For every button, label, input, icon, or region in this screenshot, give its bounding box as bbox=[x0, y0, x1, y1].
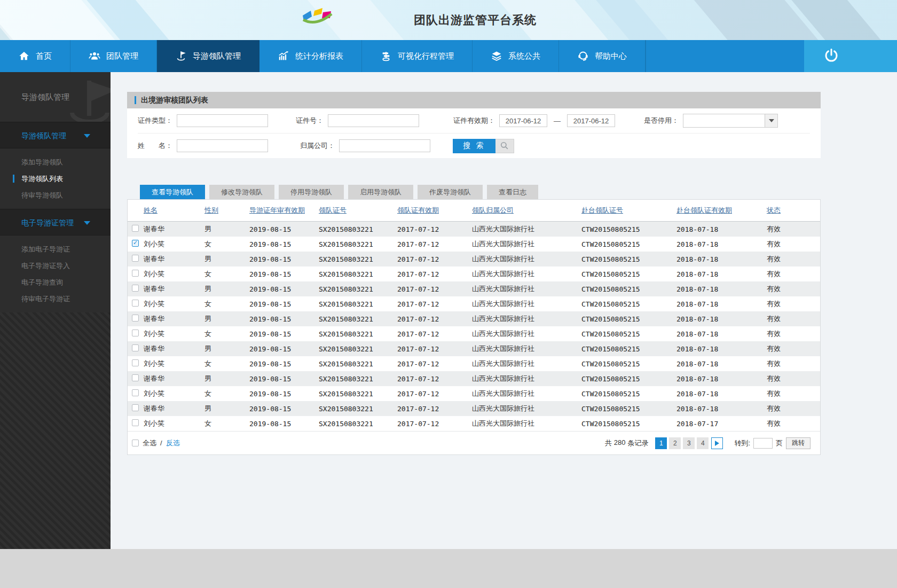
nav-item[interactable]: 系统公共 bbox=[473, 40, 559, 72]
row-checkbox[interactable] bbox=[132, 240, 139, 247]
cell-leader-cert-validity: 2017-07-12 bbox=[397, 420, 472, 428]
next-page-button[interactable] bbox=[711, 437, 723, 449]
cell-taiwan-cert-validity: 2018-07-18 bbox=[676, 300, 767, 308]
cell-company: 山西光大国际旅行社 bbox=[472, 254, 581, 264]
cell-status: 有效 bbox=[767, 344, 820, 354]
cell-name: 谢春华 bbox=[144, 404, 204, 413]
cell-annual-validity: 2019-08-15 bbox=[249, 390, 319, 398]
cert-type-input[interactable] bbox=[177, 114, 268, 127]
page-buttons: 1234 bbox=[655, 437, 709, 449]
page: 团队出游监管平台系统 首页 团队管理 导游领队管理 统计分析报表 可视化行程管理… bbox=[0, 0, 897, 588]
select-all-label[interactable]: 全选 bbox=[143, 438, 156, 448]
cell-taiwan-cert-validity: 2018-07-18 bbox=[676, 405, 767, 413]
cell-annual-validity: 2019-08-15 bbox=[249, 375, 319, 383]
cell-taiwan-cert-no: CTW20150805215 bbox=[581, 420, 676, 428]
goto-page-input[interactable] bbox=[753, 438, 773, 449]
page-button[interactable]: 3 bbox=[683, 437, 695, 449]
validity-from-input[interactable] bbox=[499, 114, 547, 127]
action-tabs: 查看导游领队修改导游领队停用导游领队启用导游领队作废导游领队查看日志 bbox=[140, 185, 538, 199]
nav-item[interactable]: 可视化行程管理 bbox=[362, 40, 473, 72]
tab-label: 启用导游领队 bbox=[360, 188, 402, 196]
invert-selection-link[interactable]: 反选 bbox=[166, 438, 180, 448]
flag-icon bbox=[175, 50, 187, 62]
cell-taiwan-cert-no: CTW20150805215 bbox=[581, 315, 676, 323]
cell-name: 刘小笑 bbox=[144, 419, 204, 428]
tab[interactable]: 启用导游领队 bbox=[348, 185, 413, 199]
row-checkbox[interactable] bbox=[132, 225, 139, 232]
sidebar-item-label: 添加电子导游证 bbox=[21, 245, 70, 253]
validity-to-input[interactable] bbox=[567, 114, 615, 127]
cell-taiwan-cert-no: CTW20150805215 bbox=[581, 360, 676, 368]
sidebar-item[interactable]: 添加导游领队 bbox=[0, 154, 111, 170]
logout-button[interactable] bbox=[804, 40, 897, 72]
sidebar-group-header[interactable]: 导游领队管理 bbox=[0, 122, 111, 148]
row-checkbox[interactable] bbox=[132, 419, 139, 426]
company-input[interactable] bbox=[339, 139, 430, 152]
cell-status: 有效 bbox=[767, 239, 820, 249]
sidebar-item[interactable]: 待审导游领队 bbox=[0, 187, 111, 203]
row-checkbox[interactable] bbox=[132, 300, 139, 307]
tab[interactable]: 查看日志 bbox=[487, 185, 538, 199]
nav-item-label: 系统公共 bbox=[508, 51, 540, 61]
tab[interactable]: 停用导游领队 bbox=[279, 185, 344, 199]
title-accent-bar bbox=[135, 96, 136, 104]
cell-taiwan-cert-validity: 2018-07-18 bbox=[676, 390, 767, 398]
search-button-group: 搜 索 bbox=[453, 139, 514, 153]
cell-taiwan-cert-no: CTW20150805215 bbox=[581, 300, 676, 308]
cell-company: 山西光大国际旅行社 bbox=[472, 224, 581, 234]
cell-taiwan-cert-no: CTW20150805215 bbox=[581, 225, 676, 233]
page-button[interactable]: 4 bbox=[697, 437, 709, 449]
row-checkbox[interactable] bbox=[132, 404, 139, 411]
tab[interactable]: 修改导游领队 bbox=[209, 185, 274, 199]
sidebar-item[interactable]: 添加电子导游证 bbox=[0, 241, 111, 257]
goto-button[interactable]: 跳转 bbox=[786, 437, 811, 449]
name-input[interactable] bbox=[177, 139, 268, 152]
date-range-dash: — bbox=[554, 117, 561, 125]
cell-leader-cert-no: SX20150803221 bbox=[319, 225, 397, 233]
search-button[interactable]: 搜 索 bbox=[453, 139, 495, 153]
column-header: 姓名 bbox=[144, 206, 204, 215]
nav-item[interactable]: 导游领队管理 bbox=[157, 40, 259, 72]
cell-name: 刘小笑 bbox=[144, 239, 204, 249]
row-checkbox[interactable] bbox=[132, 344, 139, 351]
row-checkbox[interactable] bbox=[132, 270, 139, 277]
cell-taiwan-cert-no: CTW20150805215 bbox=[581, 345, 676, 353]
sidebar-item[interactable]: 导游领队列表 bbox=[0, 170, 111, 187]
nav-item[interactable]: 帮助中心 bbox=[559, 40, 646, 72]
cell-leader-cert-no: SX20150803221 bbox=[319, 285, 397, 293]
page-button[interactable]: 2 bbox=[669, 437, 681, 449]
search-icon[interactable] bbox=[495, 139, 514, 153]
nav-item[interactable]: 统计分析报表 bbox=[259, 40, 362, 72]
nav-spacer bbox=[646, 40, 804, 72]
cell-status: 有效 bbox=[767, 269, 820, 279]
cell-gender: 男 bbox=[204, 314, 249, 324]
guide-table: 姓名性别导游证年审有效期领队证号领队证有效期领队归属公司赴台领队证号赴台领队证有… bbox=[127, 199, 821, 455]
nav-item[interactable]: 首页 bbox=[0, 40, 70, 72]
row-checkbox[interactable] bbox=[132, 374, 139, 381]
cell-name: 谢春华 bbox=[144, 284, 204, 294]
cell-taiwan-cert-no: CTW20150805215 bbox=[581, 405, 676, 413]
sidebar-group-header[interactable]: 电子导游证管理 bbox=[0, 209, 111, 236]
nav-item[interactable]: 团队管理 bbox=[70, 40, 157, 72]
row-checkbox[interactable] bbox=[132, 255, 139, 262]
row-checkbox[interactable] bbox=[132, 285, 139, 292]
row-checkbox[interactable] bbox=[132, 330, 139, 336]
sidebar-item[interactable]: 电子导游查询 bbox=[0, 274, 111, 291]
cell-leader-cert-no: SX20150803221 bbox=[319, 255, 397, 263]
tab[interactable]: 查看导游领队 bbox=[140, 185, 205, 199]
cert-no-input[interactable] bbox=[328, 114, 419, 127]
disabled-select[interactable] bbox=[683, 114, 778, 128]
home-icon bbox=[18, 50, 30, 62]
row-checkbox[interactable] bbox=[132, 389, 139, 396]
page-button[interactable]: 1 bbox=[655, 437, 667, 449]
sidebar-item[interactable]: 待审电子导游证 bbox=[0, 291, 111, 307]
cell-gender: 女 bbox=[204, 329, 249, 339]
row-checkbox[interactable] bbox=[132, 315, 139, 322]
row-checkbox[interactable] bbox=[132, 359, 139, 366]
nav-item-label: 统计分析报表 bbox=[295, 51, 343, 61]
tab[interactable]: 作废导游领队 bbox=[418, 185, 483, 199]
sidebar-item[interactable]: 电子导游证导入 bbox=[0, 257, 111, 274]
cell-leader-cert-validity: 2017-07-12 bbox=[397, 390, 472, 398]
nav-items: 首页 团队管理 导游领队管理 统计分析报表 可视化行程管理 系统公共 帮助中心 bbox=[0, 40, 646, 72]
select-all-checkbox[interactable] bbox=[132, 440, 139, 446]
